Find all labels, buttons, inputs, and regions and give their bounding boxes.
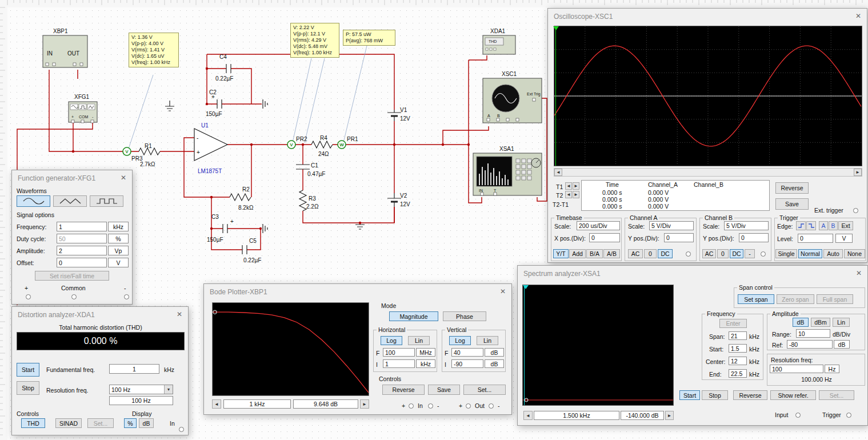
channel-b-dc-button[interactable]: DC bbox=[730, 249, 743, 258]
horizontal-f-unit[interactable]: MHz bbox=[416, 348, 435, 357]
component-symbols[interactable] bbox=[139, 64, 401, 254]
trigger-b-button[interactable]: B bbox=[829, 221, 838, 230]
trigger-radio[interactable] bbox=[846, 413, 851, 418]
show-refer-button[interactable]: Show refer. bbox=[770, 390, 816, 400]
cursor-left-icon[interactable]: ◄ bbox=[523, 411, 533, 420]
sinad-button[interactable]: SINAD bbox=[55, 418, 82, 428]
frequency-field[interactable]: 1 bbox=[57, 222, 107, 231]
amplitude-field[interactable]: 2 bbox=[57, 246, 107, 255]
spectrum-cursor-line[interactable] bbox=[524, 285, 525, 405]
in-minus-radio[interactable] bbox=[428, 403, 433, 409]
add-button[interactable]: Add bbox=[569, 249, 586, 258]
channel-a-radio[interactable] bbox=[686, 251, 691, 257]
timebase-scale-field[interactable]: 200 us/Div bbox=[577, 221, 620, 230]
in-plus-radio[interactable] bbox=[409, 403, 414, 409]
set-button[interactable]: Set... bbox=[819, 390, 854, 400]
center-field[interactable]: 12 bbox=[729, 357, 747, 365]
channel-a-dc-button[interactable]: DC bbox=[658, 249, 673, 258]
stop-button[interactable]: Stop bbox=[702, 390, 728, 400]
scope-cursor-handle-icon[interactable] bbox=[553, 26, 559, 30]
level-field[interactable]: 0 bbox=[798, 234, 833, 243]
range-field[interactable]: 10 bbox=[796, 329, 830, 338]
end-field[interactable]: 22.5 bbox=[729, 369, 747, 378]
span-field[interactable]: 21 bbox=[729, 331, 747, 340]
db-button[interactable]: dB bbox=[139, 418, 154, 428]
t1-right-icon[interactable]: ► bbox=[573, 182, 579, 190]
lin-button[interactable]: Lin bbox=[833, 318, 850, 327]
vertical-lin-button[interactable]: Lin bbox=[477, 336, 498, 345]
reverse-button[interactable]: Reverse bbox=[733, 390, 767, 400]
channel-b-radio[interactable] bbox=[761, 251, 766, 257]
channel-b-ac-button[interactable]: AC bbox=[702, 249, 716, 258]
minus-terminal-radio[interactable] bbox=[124, 294, 129, 299]
vertical-f-unit[interactable]: dB bbox=[485, 348, 504, 357]
yt-button[interactable]: Y/T bbox=[553, 249, 569, 258]
probe-note-pr1[interactable]: P: 57.5 uW P(avg): 768 mW bbox=[343, 30, 395, 46]
phase-button[interactable]: Phase bbox=[443, 311, 486, 321]
frequency-unit[interactable]: kHz bbox=[108, 222, 129, 231]
close-icon[interactable]: ✕ bbox=[854, 268, 864, 278]
ba-button[interactable]: B/A bbox=[586, 249, 603, 258]
set-span-button[interactable]: Set span bbox=[738, 294, 774, 304]
channel-b-minus-button[interactable]: - bbox=[745, 249, 755, 258]
vertical-log-button[interactable]: Log bbox=[449, 336, 471, 345]
horizontal-log-button[interactable]: Log bbox=[381, 336, 402, 345]
auto-button[interactable]: Auto bbox=[823, 249, 843, 258]
trigger-ext-button[interactable]: Ext bbox=[838, 221, 853, 230]
vertical-i-unit[interactable]: dB bbox=[485, 359, 504, 368]
scroll-left-icon[interactable]: ◄ bbox=[554, 169, 562, 176]
thd-button[interactable]: THD bbox=[21, 418, 45, 428]
scope-scrollbar[interactable]: ◄ ► bbox=[554, 168, 862, 177]
vertical-i-field[interactable]: -90 bbox=[451, 359, 483, 368]
in-radio[interactable] bbox=[179, 427, 184, 432]
start-button[interactable]: Start bbox=[17, 363, 39, 377]
channel-a-ac-button[interactable]: AC bbox=[628, 249, 643, 258]
set-rise-fall-button[interactable]: Set rise/Fall time bbox=[35, 271, 109, 281]
vertical-f-field[interactable]: 40 bbox=[451, 348, 483, 357]
timebase-xpos-field[interactable]: 0 bbox=[589, 233, 620, 242]
trigger-a-button[interactable]: A bbox=[819, 221, 828, 230]
single-button[interactable]: Single bbox=[775, 249, 797, 258]
percent-button[interactable]: % bbox=[124, 418, 137, 428]
sine-wave-button[interactable] bbox=[17, 195, 50, 207]
common-terminal-radio[interactable] bbox=[71, 294, 77, 299]
resolution-freq-select[interactable]: 100 Hz▾ bbox=[109, 385, 173, 394]
fundamental-freq-field[interactable]: 1 bbox=[109, 364, 159, 374]
dbm-button[interactable]: dBm bbox=[811, 318, 830, 327]
t2-left-icon[interactable]: ◄ bbox=[565, 191, 572, 198]
db-button[interactable]: dB bbox=[793, 318, 809, 327]
ab-button[interactable]: A/B bbox=[603, 249, 620, 258]
amplitude-unit[interactable]: Vp bbox=[108, 246, 129, 255]
falling-edge-button[interactable] bbox=[806, 221, 816, 230]
duty-cycle-field[interactable]: 50 bbox=[57, 234, 107, 243]
channel-a-ypos-field[interactable]: 0 bbox=[664, 233, 694, 242]
zero-span-button[interactable]: Zero span bbox=[777, 294, 814, 304]
start-field[interactable]: 1.5 bbox=[729, 344, 747, 353]
channel-b-scale-field[interactable]: 5 V/Div bbox=[724, 221, 769, 230]
close-icon[interactable]: ✕ bbox=[174, 309, 185, 319]
out-minus-radio[interactable] bbox=[489, 403, 494, 409]
magnitude-button[interactable]: Magnitude bbox=[389, 311, 438, 321]
input-radio[interactable] bbox=[795, 413, 801, 418]
scope-cursor-line[interactable] bbox=[555, 26, 556, 166]
scroll-right-icon[interactable]: ► bbox=[854, 169, 862, 176]
resolution-unit-field[interactable]: Hz bbox=[825, 365, 839, 373]
horizontal-i-unit[interactable]: kHz bbox=[416, 359, 435, 368]
stop-button[interactable]: Stop bbox=[17, 381, 39, 395]
t2-right-icon[interactable]: ► bbox=[573, 191, 579, 198]
ref-unit-field[interactable]: dB bbox=[834, 340, 850, 349]
channel-a-scale-field[interactable]: 5 V/Div bbox=[649, 221, 694, 230]
chevron-down-icon[interactable]: ▾ bbox=[164, 385, 173, 394]
offset-field[interactable]: 0 bbox=[57, 258, 107, 267]
square-wave-button[interactable] bbox=[90, 195, 123, 207]
horizontal-i-field[interactable]: 1 bbox=[383, 359, 415, 368]
horizontal-f-field[interactable]: 100 bbox=[383, 348, 415, 357]
normal-button[interactable]: Normal bbox=[798, 249, 822, 258]
triangle-wave-button[interactable] bbox=[53, 195, 87, 207]
duty-cycle-unit[interactable]: % bbox=[108, 234, 129, 243]
start-button[interactable]: Start bbox=[679, 390, 700, 400]
resolution-field[interactable]: 100 bbox=[770, 365, 823, 373]
close-icon[interactable]: ✕ bbox=[853, 11, 863, 21]
ext-trigger-radio[interactable] bbox=[853, 208, 858, 213]
probe-note-pr2[interactable]: V: 2.22 V V(p-p): 12.1 V V(rms): 4.29 V … bbox=[290, 23, 339, 58]
